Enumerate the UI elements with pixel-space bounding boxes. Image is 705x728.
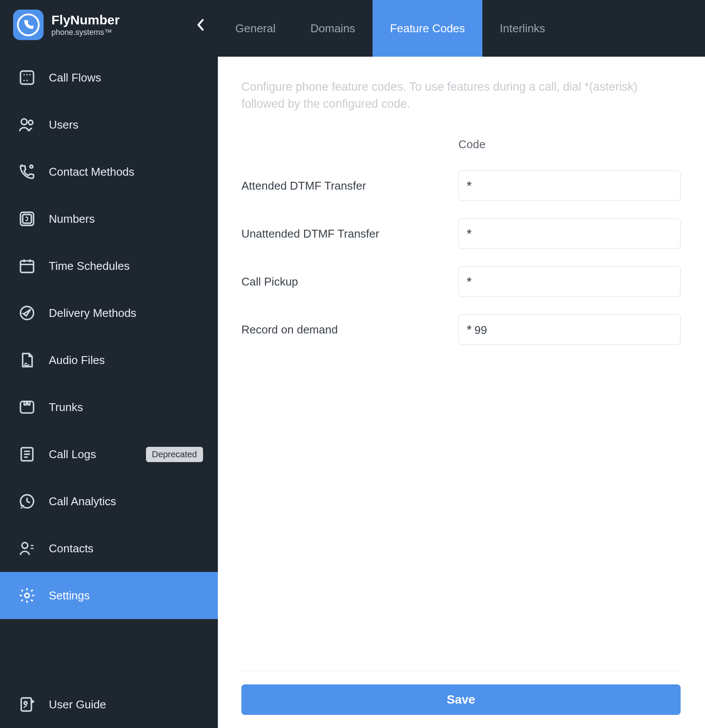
- sidebar: FlyNumber phone.systems™ Call Flows: [0, 0, 218, 728]
- flow-icon: [17, 68, 37, 87]
- sidebar-item-audio-files[interactable]: Audio Files: [0, 337, 218, 384]
- save-button[interactable]: Save: [241, 684, 681, 715]
- settings-tabs: General Domains Feature Codes Interlinks: [218, 0, 705, 57]
- sidebar-item-label: Contact Methods: [49, 165, 135, 179]
- brand-subtitle: phone.systems™: [51, 28, 120, 37]
- code-input-wrap[interactable]: *: [458, 170, 681, 201]
- sidebar-item-user-guide[interactable]: User Guide: [0, 681, 218, 728]
- sidebar-item-label: Users: [49, 118, 78, 132]
- tab-general[interactable]: General: [218, 0, 293, 57]
- feature-codes-content: Configure phone feature codes. To use fe…: [218, 57, 705, 728]
- code-column-header-row: Code: [241, 138, 681, 151]
- asterisk-prefix: *: [467, 179, 472, 192]
- svg-rect-11: [20, 261, 34, 272]
- svg-point-19: [25, 593, 29, 598]
- sidebar-item-trunks[interactable]: Trunks: [0, 384, 218, 431]
- sidebar-item-label: Contacts: [49, 542, 94, 555]
- svg-point-21: [24, 701, 27, 704]
- sidebar-item-settings[interactable]: Settings: [0, 572, 218, 619]
- code-input-wrap[interactable]: *: [458, 266, 681, 297]
- svg-point-6: [21, 119, 27, 125]
- sidebar-item-label: Delivery Methods: [49, 306, 136, 320]
- svg-rect-14: [24, 401, 26, 405]
- code-input[interactable]: [475, 323, 672, 337]
- tab-domains[interactable]: Domains: [293, 0, 373, 57]
- asterisk-prefix: *: [467, 227, 472, 240]
- deprecated-badge: Deprecated: [146, 447, 203, 462]
- sidebar-item-delivery-methods[interactable]: Delivery Methods: [0, 289, 218, 337]
- page-description: Configure phone feature codes. To use fe…: [241, 78, 673, 112]
- svg-point-7: [28, 120, 33, 125]
- contact-methods-icon: [17, 162, 37, 181]
- sidebar-item-label: Settings: [49, 589, 90, 602]
- sidebar-item-label: Time Schedules: [49, 259, 129, 273]
- field-record-on-demand: Record on demand *: [241, 314, 681, 345]
- svg-rect-10: [23, 214, 31, 223]
- svg-point-5: [26, 80, 27, 81]
- code-column-header: Code: [458, 138, 485, 151]
- sidebar-nav: Call Flows Users Contact Methods Numbers: [0, 50, 218, 728]
- chevron-left-icon: [197, 19, 205, 31]
- tab-label: Feature Codes: [390, 22, 465, 35]
- svg-point-18: [22, 543, 27, 548]
- analytics-icon: [17, 492, 37, 511]
- contacts-icon: [17, 539, 37, 558]
- sidebar-item-users[interactable]: Users: [0, 101, 218, 148]
- svg-point-8: [30, 165, 33, 168]
- field-unattended-dtmf-transfer: Unattended DTMF Transfer *: [241, 218, 681, 249]
- sidebar-item-label: Call Flows: [49, 71, 101, 85]
- code-input-wrap[interactable]: *: [458, 218, 681, 249]
- sidebar-item-label: Call Analytics: [49, 495, 116, 508]
- users-icon: [17, 115, 37, 134]
- guide-icon: [17, 695, 37, 714]
- sidebar-item-label: Call Logs: [49, 448, 96, 461]
- svg-rect-0: [20, 71, 34, 84]
- sidebar-item-label: Numbers: [49, 212, 95, 226]
- sidebar-item-call-analytics[interactable]: Call Analytics: [0, 478, 218, 525]
- field-label: Record on demand: [241, 323, 458, 337]
- sidebar-item-label: User Guide: [49, 698, 106, 711]
- app-logo: [13, 10, 44, 40]
- gear-icon: [17, 586, 37, 605]
- delivery-icon: [17, 303, 37, 323]
- sidebar-header: FlyNumber phone.systems™: [0, 0, 218, 50]
- calendar-icon: [17, 256, 37, 276]
- code-input[interactable]: [475, 227, 672, 241]
- sidebar-item-time-schedules[interactable]: Time Schedules: [0, 242, 218, 289]
- field-label: Attended DTMF Transfer: [241, 179, 458, 193]
- trunks-icon: [17, 398, 37, 417]
- numbers-icon: [17, 209, 37, 228]
- logs-icon: [17, 445, 37, 464]
- audio-file-icon: [17, 350, 37, 370]
- sidebar-item-label: Audio Files: [49, 354, 105, 367]
- code-input[interactable]: [475, 275, 672, 289]
- code-input[interactable]: [475, 179, 672, 193]
- svg-point-4: [24, 80, 25, 81]
- tab-label: Domains: [311, 22, 356, 35]
- save-bar: Save: [241, 671, 681, 715]
- brand-text: FlyNumber phone.systems™: [51, 13, 120, 37]
- svg-rect-15: [28, 401, 30, 405]
- asterisk-prefix: *: [467, 323, 472, 336]
- svg-point-1: [24, 74, 25, 75]
- field-label: Unattended DTMF Transfer: [241, 227, 458, 241]
- sidebar-item-contact-methods[interactable]: Contact Methods: [0, 148, 218, 195]
- field-label: Call Pickup: [241, 275, 458, 289]
- tab-interlinks[interactable]: Interlinks: [482, 0, 563, 57]
- svg-point-3: [29, 74, 31, 75]
- field-call-pickup: Call Pickup *: [241, 266, 681, 297]
- code-input-wrap[interactable]: *: [458, 314, 681, 345]
- sidebar-item-call-logs[interactable]: Call Logs Deprecated: [0, 431, 218, 478]
- tab-label: Interlinks: [500, 22, 545, 35]
- sidebar-item-call-flows[interactable]: Call Flows: [0, 54, 218, 101]
- sidebar-item-numbers[interactable]: Numbers: [0, 195, 218, 242]
- phone-icon: [22, 19, 34, 31]
- tab-label: General: [235, 22, 276, 35]
- tab-feature-codes[interactable]: Feature Codes: [373, 0, 482, 57]
- sidebar-item-label: Trunks: [49, 401, 83, 414]
- brand-title: FlyNumber: [51, 13, 120, 27]
- main-panel: General Domains Feature Codes Interlinks…: [218, 0, 705, 728]
- field-attended-dtmf-transfer: Attended DTMF Transfer *: [241, 170, 681, 201]
- sidebar-item-contacts[interactable]: Contacts: [0, 525, 218, 572]
- sidebar-collapse-button[interactable]: [194, 18, 207, 31]
